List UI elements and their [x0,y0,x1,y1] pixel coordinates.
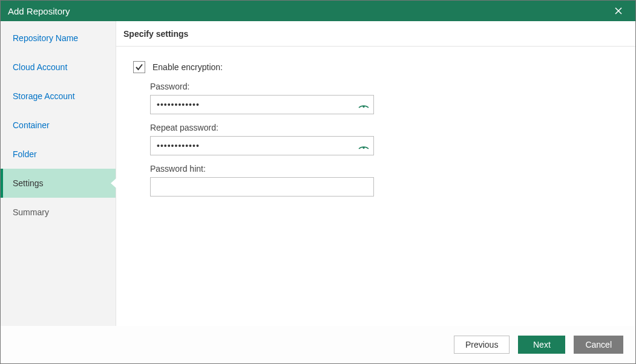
password-hint-group: Password hint: [150,164,618,197]
sidebar-step-label: Settings [13,178,44,188]
checkmark-icon [135,63,143,71]
repeat-password-reveal-button[interactable] [358,142,369,149]
eye-icon [358,101,369,108]
dialog-footer: Previous Next Cancel [1,326,635,363]
next-button[interactable]: Next [518,336,565,354]
dialog-title: Add Repository [8,6,70,16]
sidebar-step-container[interactable]: Container [1,111,116,140]
content-heading: Specify settings [116,21,635,47]
enable-encryption-checkbox[interactable] [133,61,145,73]
sidebar-step-folder[interactable]: Folder [1,140,116,169]
sidebar-step-label: Container [13,120,50,130]
repeat-password-label: Repeat password: [150,123,618,132]
sidebar-step-label: Summary [13,207,49,217]
repeat-password-input[interactable] [150,136,374,155]
cancel-button[interactable]: Cancel [574,336,623,354]
password-hint-input-wrap [150,177,374,197]
password-hint-input[interactable] [150,177,374,197]
dialog-body: Repository Name Cloud Account Storage Ac… [1,21,635,326]
sidebar-step-cloud-account[interactable]: Cloud Account [1,53,116,82]
wizard-content: Specify settings Enable encryption: Pass… [116,21,635,326]
repeat-password-group: Repeat password: [150,123,618,155]
wizard-sidebar: Repository Name Cloud Account Storage Ac… [1,21,116,326]
sidebar-step-label: Repository Name [13,33,78,43]
title-bar: Add Repository [1,1,635,21]
close-button[interactable] [609,1,628,21]
sidebar-step-summary[interactable]: Summary [1,198,116,227]
eye-icon [358,142,369,149]
sidebar-step-label: Folder [13,149,37,159]
sidebar-step-settings[interactable]: Settings [1,169,116,198]
password-input-wrap [150,95,374,114]
enable-encryption-label: Enable encryption: [152,62,223,72]
password-input[interactable] [150,95,374,114]
previous-button[interactable]: Previous [454,336,510,354]
password-group: Password: [150,82,618,114]
sidebar-step-label: Cloud Account [13,62,67,72]
password-reveal-button[interactable] [358,101,369,108]
sidebar-step-label: Storage Account [13,91,75,101]
sidebar-step-storage-account[interactable]: Storage Account [1,82,116,111]
svg-point-3 [362,147,364,149]
enable-encryption-row: Enable encryption: [133,61,618,73]
password-hint-label: Password hint: [150,164,618,174]
password-label: Password: [150,82,618,91]
close-icon [615,7,622,15]
sidebar-step-repository-name[interactable]: Repository Name [1,24,116,53]
add-repository-dialog: Add Repository Repository Name Cloud Acc… [0,0,636,364]
svg-point-2 [362,106,364,108]
repeat-password-input-wrap [150,136,374,155]
settings-form: Enable encryption: Password: [116,47,635,219]
